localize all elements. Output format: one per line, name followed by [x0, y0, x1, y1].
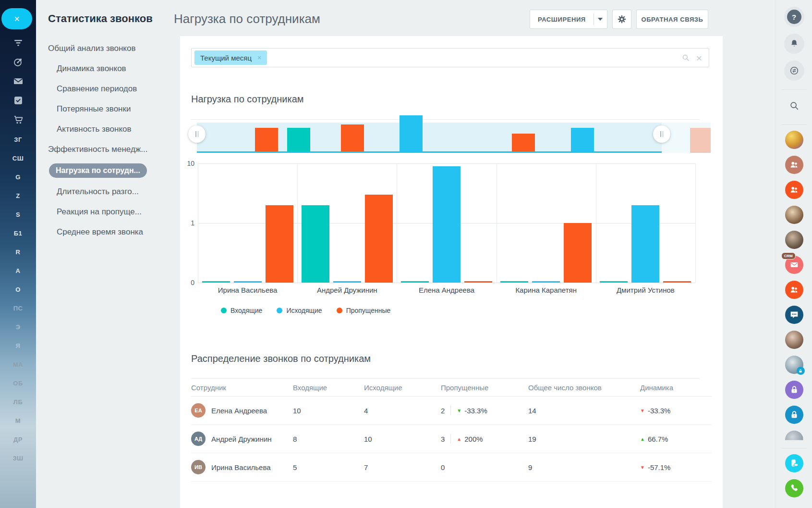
- goals-icon[interactable]: [12, 56, 24, 68]
- missed-value: 2: [441, 407, 445, 415]
- extensions-button[interactable]: РАСШИРЕНИЯ: [530, 10, 607, 29]
- bar-chart-plot: [198, 163, 695, 283]
- close-button[interactable]: ×: [1, 8, 32, 29]
- mail-at-icon: [789, 260, 800, 270]
- bar-Пропущенные[interactable]: [564, 223, 592, 283]
- bar-Входящие[interactable]: [302, 205, 329, 283]
- employee-cell: АДАндрей Дружинин: [191, 432, 293, 446]
- table-row[interactable]: ЕАЕлена Андреева1042▼-33.3%14▼-33.3%: [191, 396, 712, 425]
- account-shortcut[interactable]: S: [0, 205, 36, 224]
- search-button[interactable]: [784, 96, 804, 116]
- locked-channel-purple[interactable]: [785, 381, 803, 399]
- filter-tag-remove-icon[interactable]: ×: [257, 54, 261, 62]
- search-icon[interactable]: [681, 53, 691, 62]
- account-shortcut[interactable]: ПС: [0, 299, 36, 318]
- avatar: АД: [191, 432, 206, 446]
- bar-Пропущенные[interactable]: [365, 195, 393, 283]
- sidebar-item[interactable]: Эффективность менедж...: [48, 143, 173, 156]
- employee-cell: ЕАЕлена Андреева: [191, 403, 293, 418]
- locked-channel-blue[interactable]: [785, 406, 803, 424]
- missed-delta: -33.3%: [464, 407, 487, 415]
- bar-Пропущенные[interactable]: [663, 281, 691, 283]
- filter-icon[interactable]: [12, 37, 24, 49]
- user-avatar-4[interactable]: [785, 331, 803, 349]
- sidebar-item[interactable]: Нагрузка по сотрудн...: [49, 163, 147, 178]
- account-shortcut[interactable]: Э: [0, 318, 36, 336]
- account-shortcut-list: ЗГСШGZSБ1RAОПСЭЯМАОБЛБМДРЗШ: [0, 130, 36, 468]
- sidebar-item[interactable]: Реакция на пропуще...: [57, 206, 173, 218]
- sidebar-item[interactable]: Длительность разго...: [57, 186, 173, 198]
- office-avatar-locked[interactable]: [785, 356, 803, 374]
- account-shortcut[interactable]: R: [0, 243, 36, 261]
- bar-Входящие[interactable]: [500, 281, 528, 283]
- group-channel-salmon[interactable]: [785, 156, 803, 174]
- table-row[interactable]: ИВИрина Васильева5709▼-57.1%: [191, 453, 712, 482]
- bar-Исходящие[interactable]: [234, 281, 262, 283]
- user-avatar-2[interactable]: [785, 206, 803, 224]
- trend-up-icon: ▲: [457, 436, 461, 442]
- sidebar-item[interactable]: Общий анализ звонков: [48, 42, 173, 55]
- account-shortcut[interactable]: ЛБ: [0, 393, 36, 411]
- sidebar-item[interactable]: Динамика звонков: [57, 62, 173, 75]
- account-shortcut[interactable]: ЗГ: [0, 130, 36, 149]
- group-chat-channel[interactable]: [785, 306, 803, 324]
- notifications-button[interactable]: [784, 34, 804, 54]
- legend-item[interactable]: Исходящие: [277, 307, 322, 314]
- help-button[interactable]: ?: [784, 7, 804, 27]
- brush-handle-left[interactable]: [188, 125, 206, 143]
- account-shortcut[interactable]: ДР: [0, 430, 36, 449]
- y-axis-tick: 0: [191, 279, 194, 286]
- bar-Входящие[interactable]: [202, 281, 230, 283]
- phone-channel[interactable]: [785, 479, 803, 497]
- mail-icon[interactable]: [12, 75, 24, 87]
- sidebar-item[interactable]: Сравнение периодов: [57, 83, 173, 95]
- bar-Исходящие[interactable]: [631, 205, 659, 283]
- feedback-button[interactable]: ОБРАТНАЯ СВЯЗЬ: [636, 10, 708, 29]
- bar-Пропущенные[interactable]: [266, 205, 293, 283]
- account-shortcut[interactable]: Б1: [0, 224, 36, 243]
- user-avatar-3[interactable]: [785, 231, 803, 249]
- account-shortcut[interactable]: G: [0, 168, 36, 186]
- account-shortcut[interactable]: Z: [0, 186, 36, 205]
- table-row[interactable]: АДАндрей Дружинин8103▲200%19▲66.7%: [191, 425, 712, 453]
- missed-cell: 0: [441, 463, 528, 471]
- sidebar-item[interactable]: Среднее время звонка: [57, 226, 173, 238]
- filter-input[interactable]: Текущий месяц × ×: [191, 48, 709, 67]
- group-channel-red-2[interactable]: [785, 281, 803, 299]
- account-shortcut[interactable]: ЗШ: [0, 449, 36, 468]
- bar-Входящие[interactable]: [401, 281, 429, 283]
- user-avatar-5[interactable]: [785, 431, 803, 449]
- chat-sync-button[interactable]: [784, 61, 804, 81]
- purchases-cart-icon[interactable]: [12, 114, 24, 125]
- crm-mail-channel[interactable]: CRM: [785, 256, 803, 274]
- sidebar-item[interactable]: Потерянные звонки: [57, 103, 173, 115]
- tasks-icon[interactable]: [12, 95, 24, 106]
- user-avatar-1[interactable]: [785, 131, 803, 149]
- legend-item[interactable]: Входящие: [221, 307, 262, 314]
- account-shortcut[interactable]: Я: [0, 336, 36, 355]
- account-shortcut[interactable]: М: [0, 411, 36, 430]
- group-channel-red[interactable]: [785, 181, 803, 199]
- account-shortcut[interactable]: ОБ: [0, 374, 36, 393]
- mobile-cloud-channel[interactable]: [785, 454, 803, 472]
- extensions-dropdown[interactable]: [594, 18, 607, 21]
- gridline: [596, 163, 596, 283]
- filter-tag[interactable]: Текущий месяц ×: [194, 50, 267, 65]
- legend-item[interactable]: Пропущенные: [337, 307, 391, 314]
- bar-Исходящие[interactable]: [532, 281, 560, 283]
- account-shortcut[interactable]: О: [0, 280, 36, 299]
- bar-Входящие[interactable]: [600, 281, 628, 283]
- clear-filter-icon[interactable]: ×: [696, 53, 702, 62]
- bar-Пропущенные[interactable]: [464, 281, 492, 283]
- minimap-bar-Исходящие: [400, 115, 423, 153]
- account-shortcut[interactable]: A: [0, 261, 36, 280]
- chart-minimap[interactable]: [197, 114, 711, 153]
- account-shortcut[interactable]: МА: [0, 355, 36, 374]
- minimap-bar-Пропущенные: [512, 134, 535, 153]
- value-cell: 4: [364, 407, 441, 415]
- bar-Исходящие[interactable]: [333, 281, 361, 283]
- bar-Исходящие[interactable]: [433, 166, 461, 283]
- sidebar-item[interactable]: Активность звонков: [57, 123, 173, 136]
- settings-button[interactable]: [612, 10, 631, 29]
- account-shortcut[interactable]: СШ: [0, 149, 36, 168]
